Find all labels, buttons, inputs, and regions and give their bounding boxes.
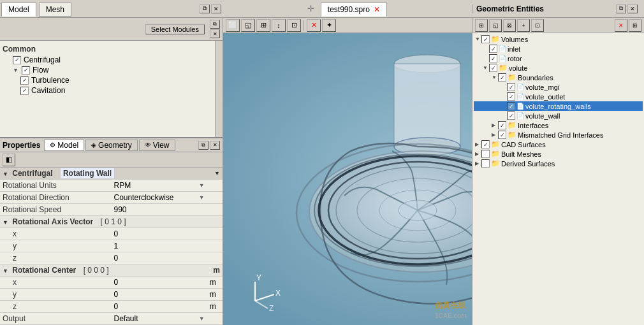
- model-content-area: Common Centrifugal ▼ Flow: [0, 41, 223, 137]
- right-restore-btn[interactable]: ⧉: [616, 4, 626, 13]
- geo-tool-7[interactable]: ⊞: [629, 19, 641, 32]
- geo-item-volute-wall[interactable]: 📄 volute_wall: [474, 111, 643, 120]
- geo-tool-6[interactable]: ✕: [615, 19, 627, 32]
- vw-label: volute_wall: [525, 112, 560, 120]
- check-mgi[interactable]: [498, 131, 506, 139]
- tab-mesh[interactable]: Mesh: [39, 3, 71, 17]
- geo-toolbar: ⊞ ◱ ⊠ + ⊡ ✕ ⊞: [472, 18, 644, 33]
- vrw-label: volute_rotating_walls: [525, 103, 591, 110]
- view-btn-5[interactable]: ⊡: [287, 19, 301, 32]
- check-inlet[interactable]: [489, 45, 497, 53]
- prop-label-axis-x: x: [0, 228, 112, 240]
- tree-item-turbulence[interactable]: Turbulence: [3, 75, 212, 85]
- close-center-icon[interactable]: ✕: [374, 5, 380, 14]
- geo-item-inlet[interactable]: 📄 inlet: [474, 44, 643, 54]
- view-btn-6[interactable]: ✕: [307, 19, 321, 32]
- prop-value-axis-x[interactable]: 0: [112, 228, 207, 240]
- dir-arrow[interactable]: ▼: [199, 194, 205, 201]
- cad-icon: 📁: [491, 140, 500, 148]
- right-close-btn[interactable]: ✕: [627, 4, 638, 13]
- view-btn-1[interactable]: ⬜: [226, 19, 240, 32]
- geo-tool-4[interactable]: +: [517, 19, 530, 32]
- check-vw[interactable]: [507, 112, 515, 120]
- check-rotor[interactable]: [489, 54, 497, 62]
- prop-value-output[interactable]: Default ▼: [112, 313, 207, 325]
- geo-item-rotor[interactable]: 📄 rotor: [474, 54, 643, 63]
- prop-tab-model[interactable]: ⚙ Model: [44, 140, 84, 151]
- prop-close-btn[interactable]: ✕: [210, 141, 220, 150]
- geo-tool-5[interactable]: ⊡: [531, 19, 544, 32]
- prop-value-cy[interactable]: 0: [112, 289, 207, 301]
- boundaries-label: Boundaries: [518, 74, 553, 82]
- prop-row-rot-direction: Rotational Direction Counterclockwise ▼: [0, 192, 223, 204]
- view-btn-4[interactable]: ↕: [272, 19, 286, 32]
- output-arrow[interactable]: ▼: [199, 315, 205, 322]
- geo-tool-1[interactable]: ⊞: [475, 19, 488, 32]
- tab-model[interactable]: Model: [1, 3, 36, 17]
- prop-float-btn[interactable]: ⧉: [198, 141, 209, 150]
- rw-dropdown-arrow[interactable]: ▼: [214, 170, 220, 177]
- geo-item-interfaces[interactable]: ▶ 📁 Interfaces: [474, 120, 643, 130]
- view-btn-3[interactable]: ⊞: [256, 19, 270, 32]
- center-viewport-panel: ⬜ ◱ ⊞ ↕ ⊡ ✕ ✦ ⚙ Simerics: [223, 18, 472, 325]
- prop-label-rot-units: Rotational Units: [0, 180, 112, 192]
- check-cad[interactable]: [481, 140, 490, 148]
- flow-arrow: ▼: [13, 67, 19, 73]
- geo-item-derived[interactable]: ▶ 📁 Derived Surfaces: [474, 159, 643, 168]
- check-derived[interactable]: [481, 159, 490, 168]
- tree-item-flow[interactable]: ▼ Flow: [3, 65, 212, 75]
- prop-value-rot-speed[interactable]: 990: [112, 204, 207, 216]
- geo-item-cad[interactable]: ▶ 📁 CAD Surfaces: [474, 140, 643, 149]
- check-boundaries[interactable]: [498, 73, 506, 82]
- tree-item-centrifugal[interactable]: Centrifugal: [3, 55, 212, 65]
- prop-value-cx[interactable]: 0: [112, 277, 207, 289]
- select-modules-button[interactable]: Select Modules: [145, 24, 205, 34]
- geo-tool-2[interactable]: ◱: [489, 19, 502, 32]
- check-volute[interactable]: [489, 64, 497, 72]
- viewport-content[interactable]: ⚙ Simerics: [223, 33, 472, 325]
- prop-value-rot-dir[interactable]: Counterclockwise ▼: [112, 192, 207, 204]
- geo-item-meshes[interactable]: ▶ 📁 Built Meshes: [474, 149, 643, 159]
- prop-value-axis-y[interactable]: 1: [112, 240, 207, 252]
- tree-item-cavitation[interactable]: Cavitation: [3, 85, 212, 96]
- model-scrollbar[interactable]: [215, 41, 223, 137]
- geo-item-volute-mgi[interactable]: 📄 volute_mgi: [474, 82, 643, 92]
- prop-tool-1[interactable]: ◧: [3, 154, 15, 166]
- view-btn-7[interactable]: ✦: [322, 19, 336, 32]
- check-centrifugal[interactable]: [13, 56, 21, 64]
- check-turbulence[interactable]: [20, 76, 29, 85]
- prop-tab-view[interactable]: 👁 View: [139, 140, 175, 151]
- geo-item-volute[interactable]: ▼ 📁 volute: [474, 63, 643, 73]
- geo-tool-3[interactable]: ⊠: [503, 19, 516, 32]
- check-meshes[interactable]: [481, 150, 490, 158]
- check-ifaces[interactable]: [498, 121, 506, 129]
- prop-tab-geometry[interactable]: ◈ Geometry: [85, 140, 138, 151]
- prop-value-axis-z[interactable]: 0: [112, 252, 207, 264]
- check-vmgi[interactable]: [507, 83, 515, 91]
- prop-unit-rot-units: [207, 180, 223, 192]
- check-cavitation[interactable]: [20, 87, 29, 95]
- check-flow[interactable]: [22, 66, 30, 75]
- restore-btn[interactable]: ⧉: [200, 4, 210, 13]
- volumes-arrow: ▼: [475, 36, 480, 42]
- geo-item-volute-rotating-walls[interactable]: ✓ 📄 volute_rotating_walls: [474, 101, 643, 111]
- derived-label: Derived Surfaces: [501, 160, 555, 168]
- close-btn[interactable]: ✕: [211, 4, 221, 13]
- geo-tab-icon: ◈: [91, 141, 96, 148]
- geo-item-volute-outlet[interactable]: 📄 volute_outlet: [474, 92, 643, 101]
- prop-value-cz[interactable]: 0: [112, 301, 207, 313]
- prop-value-rot-units[interactable]: RPM ▼: [112, 180, 207, 192]
- view-btn-2[interactable]: ◱: [241, 19, 255, 32]
- centrifugal-arrow: ▼: [3, 171, 8, 177]
- check-vout[interactable]: [507, 92, 515, 101]
- geo-item-volumes[interactable]: ▼ 📁 Volumes: [474, 34, 643, 44]
- rpm-arrow[interactable]: ▼: [199, 182, 205, 189]
- float-btn[interactable]: ⧉: [210, 20, 220, 29]
- close-model-btn[interactable]: ✕: [210, 29, 220, 38]
- right-geo-panel: ⊞ ◱ ⊠ + ⊡ ✕ ⊞ ▼ 📁 Volumes 📄 inlet: [472, 18, 644, 325]
- geo-item-boundaries[interactable]: ▼ 📁 Boundaries: [474, 73, 643, 82]
- check-volumes[interactable]: [481, 35, 490, 43]
- geo-item-mgi[interactable]: ▶ 📁 Mismatched Grid Interfaces: [474, 130, 643, 140]
- check-vrw[interactable]: ✓: [507, 102, 515, 110]
- tab-center[interactable]: test990.spro ✕: [321, 3, 387, 17]
